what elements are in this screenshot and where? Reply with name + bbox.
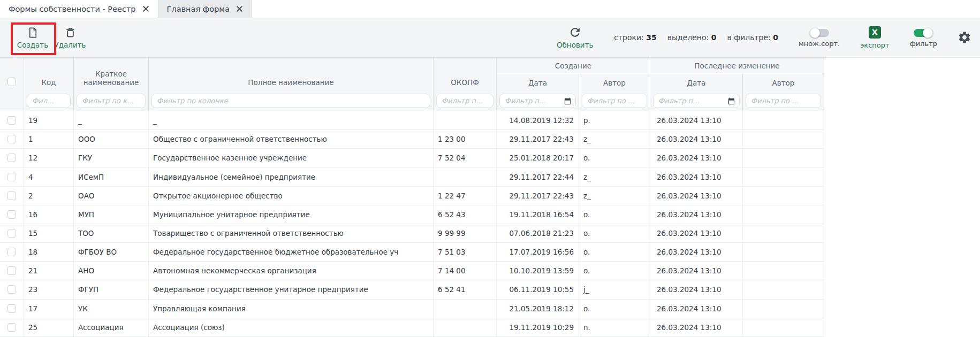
filter-cell-short-name [74, 91, 149, 111]
table-row[interactable]: 21 АНО Автономная некоммерческая организ… [0, 262, 824, 280]
column-header-full-name[interactable]: Полное наименование [149, 58, 434, 91]
row-checkbox[interactable] [7, 154, 16, 162]
column-header-code[interactable]: Код [24, 58, 74, 91]
row-checkbox-cell [0, 300, 24, 318]
cell-code: 4 [24, 167, 74, 186]
table-row[interactable]: 15 ТОО Товарищество с ограниченной ответ… [0, 224, 824, 243]
column-header-modified-author[interactable]: Автор [743, 74, 824, 91]
cell-modified-author [743, 318, 824, 336]
cell-modified-date: 26.03.2024 13:10 [650, 130, 743, 148]
cell-modified-date: 26.03.2024 13:10 [650, 149, 743, 167]
cell-short-name: АНО [74, 262, 149, 280]
cell-created-date: 25.01.2018 20:17 [497, 149, 579, 167]
filtered-count: в фильтре: 0 [727, 33, 779, 42]
column-header-created-date[interactable]: Дата [497, 74, 579, 91]
cell-created-date: 29.11.2017 22:44 [497, 167, 579, 186]
trash-icon [64, 26, 77, 39]
filter-control: фильтр [910, 27, 937, 48]
table-row[interactable]: 12 ГКУ Государственное казенное учрежден… [0, 149, 824, 167]
cell-okopf: 9 99 99 [434, 224, 497, 242]
table-row[interactable]: 16 МУП Муниципальное унитарное предприят… [0, 205, 824, 224]
cell-full-name: Федеральное государственное унитарное пр… [149, 280, 434, 298]
table-row[interactable]: 4 ИСемП Индивидуальное (семейное) предпр… [0, 167, 824, 186]
row-checkbox-cell [0, 205, 24, 224]
filter-toggle[interactable] [914, 29, 933, 37]
cell-okopf [434, 300, 497, 318]
tab-main-form[interactable]: Главная форма [158, 0, 253, 18]
tab-close-icon[interactable] [142, 5, 149, 12]
counters: строки: 35 выделено: 0 в фильтре: 0 [614, 33, 778, 42]
table-row[interactable]: 19 _ _ 14.08.2019 12:32 p. 26.03.2024 13… [0, 111, 824, 130]
row-checkbox[interactable] [7, 192, 16, 200]
table-row[interactable]: 17 УК Управляющая компания 21.05.2019 18… [0, 300, 824, 318]
table-row[interactable]: 2 ОАО Открытое акционерное общество 1 22… [0, 187, 824, 205]
row-checkbox[interactable] [7, 210, 16, 219]
filter-cell-empty [0, 91, 24, 111]
table-row[interactable]: 1 ООО Общество с ограниченной ответствен… [0, 130, 824, 149]
cell-full-name: Муниципальное унитарное предприятие [149, 205, 434, 224]
table-row[interactable]: 25 Ассоциация Ассоциация (союз) 19.11.20… [0, 318, 824, 337]
multisort-toggle[interactable] [810, 29, 829, 37]
cell-full-name: Ассоциация (союз) [149, 318, 434, 336]
refresh-button[interactable]: Обновить [556, 26, 594, 49]
cell-modified-date: 26.03.2024 13:10 [650, 243, 743, 261]
filter-cell-code [24, 91, 74, 111]
row-checkbox[interactable] [7, 323, 16, 332]
cell-created-date: 07.06.2018 21:23 [497, 224, 579, 242]
row-checkbox[interactable] [7, 285, 16, 294]
row-checkbox-cell [0, 187, 24, 205]
row-checkbox[interactable] [7, 266, 16, 275]
cell-code: 18 [24, 243, 74, 261]
filter-input-modified-author[interactable] [746, 94, 821, 108]
column-header-created-author[interactable]: Автор [579, 74, 650, 91]
filter-input-created-author[interactable] [582, 94, 647, 108]
row-checkbox[interactable] [7, 304, 16, 313]
cell-modified-author [743, 243, 824, 261]
cell-created-date: 14.08.2019 12:32 [497, 111, 579, 129]
row-checkbox[interactable] [7, 116, 16, 125]
cell-modified-author [743, 262, 824, 280]
filter-input-code[interactable] [27, 94, 71, 108]
column-header-short-name[interactable]: Краткое наименование [74, 58, 149, 91]
filter-input-modified-date[interactable] [653, 94, 740, 108]
cell-created-date: 10.10.2019 13:59 [497, 262, 579, 280]
export-button[interactable]: X экспорт [860, 26, 889, 49]
row-checkbox-cell [0, 262, 24, 280]
row-checkbox-cell [0, 318, 24, 336]
cell-modified-author [743, 149, 824, 167]
cell-modified-date: 26.03.2024 13:10 [650, 300, 743, 318]
filter-input-short-name[interactable] [77, 94, 146, 108]
tab-forms-registry[interactable]: Формы собственности - Реестр [0, 0, 158, 18]
table-row[interactable]: 18 ФГБОУ ВО Федеральное государственное … [0, 243, 824, 262]
cell-code: 19 [24, 111, 74, 129]
excel-icon: X [869, 26, 881, 39]
cell-code: 17 [24, 300, 74, 318]
cell-full-name: Индивидуальное (семейное) предприятие [149, 167, 434, 186]
cell-full-name: Товарищество с ограниченной ответственно… [149, 224, 434, 242]
group-header-creation: Создание [497, 58, 650, 74]
create-button[interactable]: Создать [14, 26, 51, 49]
cell-short-name: ИСемП [74, 167, 149, 186]
row-checkbox[interactable] [7, 173, 16, 181]
tab-label: Главная форма [167, 5, 230, 13]
filter-label: фильтр [910, 40, 937, 48]
cell-code: 15 [24, 224, 74, 242]
column-header-modified-date[interactable]: Дата [650, 74, 743, 91]
filter-input-okopf[interactable] [436, 94, 493, 108]
delete-button[interactable]: Удалить [51, 26, 89, 49]
filter-input-full-name[interactable] [151, 94, 430, 108]
row-checkbox[interactable] [7, 229, 16, 238]
row-checkbox[interactable] [7, 135, 16, 143]
row-checkbox-cell [0, 167, 24, 186]
refresh-icon [568, 26, 582, 39]
cell-created-author: z_ [579, 130, 650, 148]
filter-cell-created-date [497, 91, 579, 111]
table-row[interactable]: 23 ФГУП Федеральное государственное унит… [0, 280, 824, 299]
row-checkbox[interactable] [7, 248, 16, 256]
cell-code: 12 [24, 149, 74, 167]
filter-input-created-date[interactable] [499, 94, 576, 108]
select-all-checkbox[interactable] [7, 78, 16, 86]
settings-gear-icon[interactable] [958, 30, 971, 44]
column-header-okopf[interactable]: ОКОПФ [434, 58, 497, 91]
tab-close-icon[interactable] [236, 5, 243, 12]
